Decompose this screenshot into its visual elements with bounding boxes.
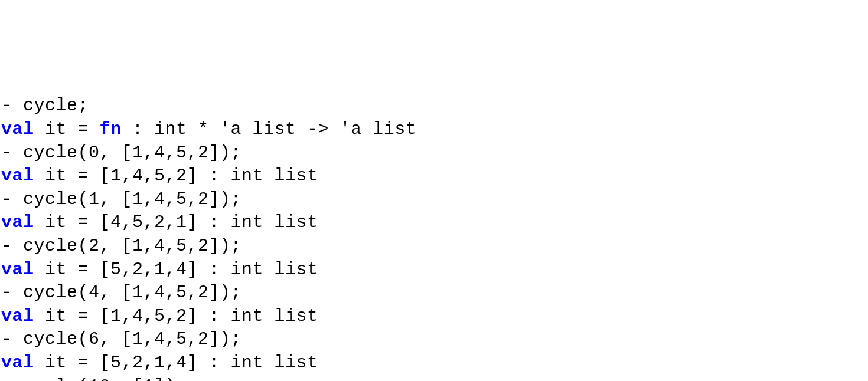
keyword-fn: fn — [100, 119, 122, 139]
prompt-dash: - — [1, 143, 23, 163]
code-text: cycle(0, [1,4,5,2]); — [23, 143, 242, 163]
keyword-val: val — [1, 260, 34, 280]
code-line: - cycle(6, [1,4,5,2]); — [1, 329, 242, 349]
prompt-dash: - — [1, 96, 23, 116]
code-text: it = [4,5,2,1] : int list — [34, 212, 318, 232]
code-text: cycle(6, [1,4,5,2]); — [23, 329, 242, 349]
code-text: cycle(4, [1,4,5,2]); — [23, 283, 242, 303]
keyword-val: val — [1, 212, 34, 232]
code-text: it = [5,2,1,4] : int list — [34, 260, 318, 280]
prompt-dash: - — [1, 329, 23, 349]
prompt-dash: - — [1, 189, 23, 209]
prompt-dash: - — [1, 283, 23, 303]
prompt-dash: - — [1, 376, 23, 382]
code-text: cycle(10, [1]); — [23, 376, 187, 382]
code-line: - cycle(1, [1,4,5,2]); — [1, 189, 242, 209]
code-text: cycle(1, [1,4,5,2]); — [23, 189, 242, 209]
code-line: val it = fn : int * 'a list -> 'a list — [1, 119, 416, 139]
code-line: - cycle(2, [1,4,5,2]); — [1, 236, 242, 256]
code-line: val it = [5,2,1,4] : int list — [1, 353, 318, 373]
keyword-val: val — [1, 353, 34, 373]
code-line: - cycle(0, [1,4,5,2]); — [1, 143, 242, 163]
code-line: - cycle; — [1, 96, 89, 116]
code-line: val it = [5,2,1,4] : int list — [1, 260, 318, 280]
code-line: val it = [1,4,5,2] : int list — [1, 166, 318, 186]
keyword-val: val — [1, 306, 34, 326]
code-block: - cycle; val it = fn : int * 'a list -> … — [1, 94, 867, 381]
code-line: - cycle(10, [1]); — [1, 376, 187, 382]
code-text: it = [1,4,5,2] : int list — [34, 306, 318, 326]
code-text: it = — [34, 119, 100, 139]
code-line: - cycle(4, [1,4,5,2]); — [1, 283, 242, 303]
code-text: it = [1,4,5,2] : int list — [34, 166, 318, 186]
code-text: cycle(2, [1,4,5,2]); — [23, 236, 242, 256]
code-line: val it = [1,4,5,2] : int list — [1, 306, 318, 326]
code-text: it = [5,2,1,4] : int list — [34, 353, 318, 373]
prompt-dash: - — [1, 236, 23, 256]
code-text: : int * 'a list -> 'a list — [122, 119, 417, 139]
keyword-val: val — [1, 166, 34, 186]
code-line: val it = [4,5,2,1] : int list — [1, 212, 318, 232]
keyword-val: val — [1, 119, 34, 139]
code-text: cycle; — [23, 96, 89, 116]
